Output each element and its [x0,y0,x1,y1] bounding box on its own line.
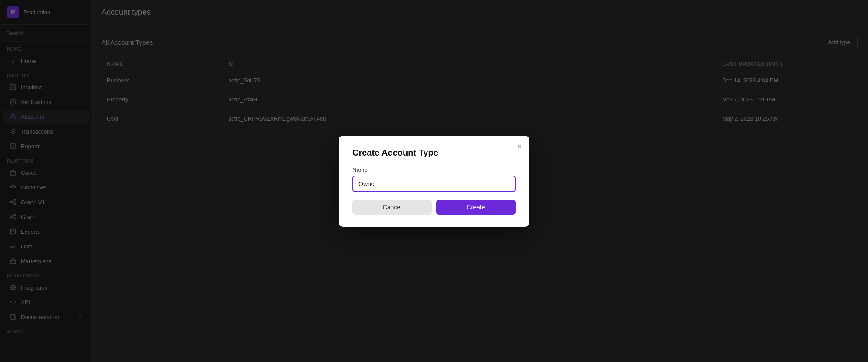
modal-actions: Cancel Create [352,200,516,215]
create-account-type-modal: Create Account Type × Name Cancel Create [339,136,529,227]
modal-close-button[interactable]: × [517,143,522,150]
cancel-button[interactable]: Cancel [352,200,432,215]
name-input[interactable] [352,176,516,192]
modal-overlay[interactable]: Create Account Type × Name Cancel Create [0,0,868,362]
name-field-label: Name [352,166,516,173]
create-button[interactable]: Create [436,200,516,215]
modal-title: Create Account Type [352,148,516,158]
